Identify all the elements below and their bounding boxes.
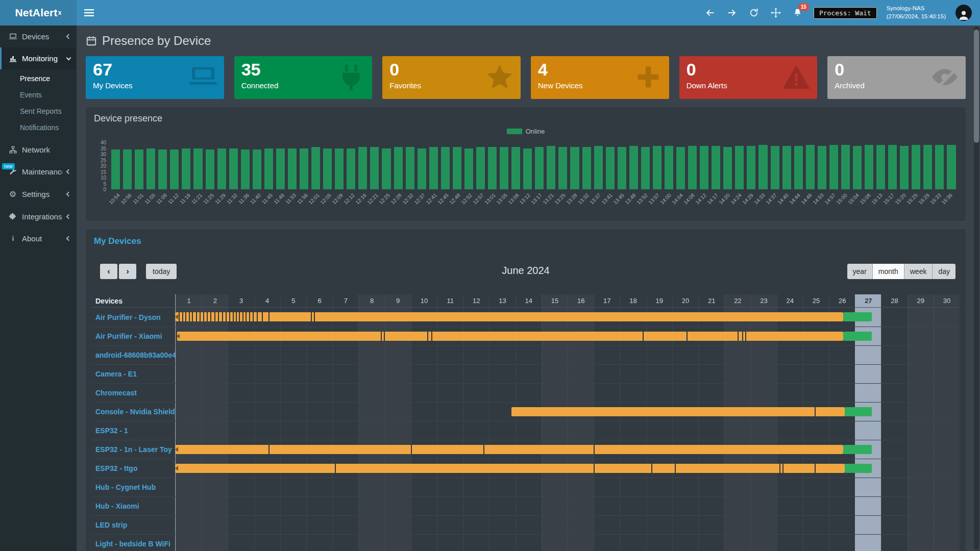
presence-bar [947,145,955,189]
x-tick-label: 15:36 [941,192,953,205]
stat-card-connected[interactable]: 35 Connected [234,56,373,99]
presence-event-bar-history[interactable] [176,445,843,454]
calendar-day-cell [542,478,568,496]
presence-bar [806,145,815,189]
view-month-button[interactable]: month [873,264,904,279]
view-day-button[interactable]: day [933,264,955,279]
user-avatar[interactable] [955,5,972,21]
calendar-day-cell [777,516,803,534]
x-tick-label: 14:08 [682,192,695,205]
main-scrollbar-track[interactable] [974,27,979,550]
today-button[interactable]: today [146,264,177,279]
calendar-day-cell [803,421,829,440]
calendar-day-cell [358,516,384,534]
sidebar-item-monitoring[interactable]: Monitoring [0,47,77,69]
x-tick-label: 12:32 [401,192,414,205]
presence-event-bar-online[interactable] [845,407,872,416]
presence-event-bar-history[interactable] [176,312,843,321]
calendar-day-cell [306,516,332,534]
device-name-link[interactable]: Air Purifier - Dyson [92,308,176,327]
sidebar-item-integrations[interactable]: Integrations [0,206,77,228]
sidebar-subitem-events[interactable]: Events [0,87,77,103]
sidebar-subitem-notifications[interactable]: Notifications [0,119,77,136]
sidebar-toggle-button[interactable] [77,0,101,26]
sidebar-subitem-sent-reports[interactable]: Sent Reports [0,103,77,119]
presence-gap [189,312,190,321]
view-week-button[interactable]: week [904,264,933,279]
sidebar-item-label: Integrations [22,212,62,221]
device-name-link[interactable]: Hub - Cygnet Hub [92,478,176,496]
next-button[interactable]: › [119,264,136,279]
calendar-day-cell [646,535,672,551]
chevron-left-icon [66,169,71,174]
presence-gap [262,312,263,321]
calendar-day-cell [724,497,750,515]
calendar-table: Devices 12345678910111213141516171819202… [92,294,960,551]
move-button[interactable] [770,7,782,19]
presence-event-bar-online[interactable] [843,445,872,454]
calendar-day-cell [724,346,750,364]
notifications-button[interactable]: 15 [792,7,804,19]
device-name-link[interactable]: ESP32 - 1n - Laser Toy [92,440,176,459]
device-name-link[interactable]: Hub - Xiaomi [92,497,176,515]
device-timeline-grid [176,535,960,551]
calendar-day-cell [358,535,384,551]
back-button[interactable] [704,7,716,19]
eye-slash-icon [930,62,960,92]
presence-gap [222,312,223,321]
view-year-button[interactable]: year [847,264,873,279]
stat-card-new-devices[interactable]: 4 New Devices [531,56,669,99]
device-name-link[interactable]: Chromecast [92,384,176,402]
sidebar-item-network[interactable]: Network [0,139,77,161]
main-scrollbar-thumb[interactable] [974,30,979,143]
process-status[interactable]: Process: Wait [814,7,877,19]
sidebar-item-maintenance[interactable]: new Maintenance [0,161,77,183]
refresh-button[interactable] [748,7,760,19]
device-name-link[interactable]: Console - Nvidia Shield T [92,403,176,421]
sidebar-item-settings[interactable]: ⚙ Settings [0,183,77,206]
device-name-link[interactable]: ESP32 - 1 [92,421,176,440]
device-name-link[interactable]: android-68608b93a00e4 [92,346,176,364]
presence-event-bar-history[interactable] [176,464,845,473]
presence-event-bar-online[interactable] [843,332,872,341]
device-timeline-row: Hub - Xiaomi [92,496,960,515]
calendar-day-cell [908,478,934,496]
presence-event-bar-history[interactable] [177,332,844,341]
calendar-day-cell [516,478,542,496]
calendar-day-cell [750,478,776,496]
sidebar-item-about[interactable]: About [0,228,77,249]
presence-event-bar-history[interactable] [511,407,845,416]
device-name-link[interactable]: Air Purifier - Xiaomi [92,327,176,345]
presence-bar [923,145,932,189]
calendar-day-cell [672,384,698,402]
device-name-link[interactable]: Camera - E1 [92,365,176,383]
stat-card-down-alerts[interactable]: 0 Down Alerts [679,56,818,99]
calendar-day-cell [881,535,907,551]
calendar-day-cell [176,421,202,440]
stat-card-archived[interactable]: 0 Archived [827,56,966,99]
forward-button[interactable] [726,7,738,19]
x-tick-label: 15:20 [894,192,906,205]
calendar-day-cell [803,535,829,551]
sidebar-item-devices[interactable]: Devices [0,26,77,47]
calendar-day-header: 29 [908,294,934,307]
app-logo[interactable]: NetAlertx [0,0,77,26]
stat-card-my-devices[interactable]: 67 My Devices [86,56,224,99]
sidebar-subitem-presence[interactable]: Presence [0,70,77,87]
presence-event-bar-online[interactable] [845,464,872,473]
x-tick-label: 11:53 [284,192,297,205]
chart-legend[interactable]: Online [94,127,958,135]
x-tick-label: 11:45 [261,192,274,205]
stat-card-favorites[interactable]: 0 Favorites [382,56,521,99]
presence-gap [815,407,816,416]
device-name-link[interactable]: Light - bedside B WiFi [92,535,176,551]
device-name-link[interactable]: ESP32 - ttgo [92,459,176,478]
calendar-day-cell [881,459,907,478]
x-tick-label: 14:40 [776,192,789,205]
presence-event-bar-online[interactable] [843,312,872,321]
prev-button[interactable]: ‹ [100,264,117,279]
device-name-link[interactable]: LED strip [92,516,176,534]
calendar-day-cell [881,440,907,459]
presence-bar [241,149,250,189]
presence-gap [257,312,258,321]
